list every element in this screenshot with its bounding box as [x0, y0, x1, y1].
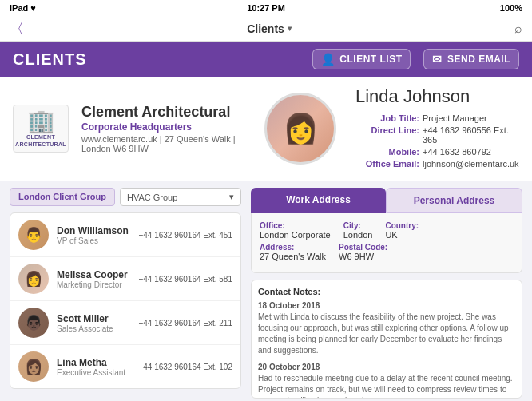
job-title-label: Job Title:: [355, 113, 419, 123]
office-label: Office:: [260, 221, 331, 230]
group-dropdown[interactable]: HVAC Group ▾: [120, 188, 241, 206]
client-list-icon: 👤: [321, 53, 335, 66]
note-date: 18 October 2018: [258, 301, 515, 310]
address-card: Office: London Corporate City: London Co…: [251, 213, 522, 273]
note-text: Had to reschedule meeting due to a delay…: [258, 373, 515, 399]
mobile-value: +44 1632 860792: [423, 147, 491, 157]
contact-avatar: 👩: [18, 264, 49, 294]
contact-item-phone: +44 1632 960164 Ext. 211: [138, 319, 232, 328]
contact-item-info: Melissa Cooper Marketing Director: [57, 269, 130, 289]
country-field: Country: UK: [385, 221, 419, 240]
note-entry: 18 October 2018 Met with Linda to discus…: [258, 301, 515, 356]
nav-title[interactable]: Clients ▾: [247, 22, 292, 35]
client-list-button[interactable]: 👤 CLIENT LIST: [312, 49, 411, 69]
group-tag: London Client Group: [10, 188, 115, 206]
contact-avatar: 👩🏽: [18, 351, 49, 382]
status-left: iPad ♥: [10, 3, 36, 13]
main-content: London Client Group HVAC Group ▾ 👨 Don W…: [0, 181, 532, 401]
contact-item-phone: +44 1632 960164 Ext. 102: [138, 363, 232, 371]
contact-item-info: Don Williamson VP of Sales: [57, 225, 130, 245]
office-value: London Corporate: [260, 230, 331, 240]
company-address: www.clementarc.uk | 27 Queen's Walk | Lo…: [81, 134, 245, 153]
search-icon[interactable]: ⌕: [514, 22, 522, 36]
mobile-label: Mobile:: [355, 147, 419, 157]
contact-item-name: Don Williamson: [57, 225, 130, 236]
note-date: 20 October 2018: [258, 363, 515, 371]
country-label: Country:: [385, 221, 419, 230]
street-label: Address:: [260, 243, 326, 252]
contact-item-title: Sales Associate: [57, 324, 130, 333]
job-title-row: Job Title: Project Manager: [355, 113, 519, 123]
contact-item-name: Lina Metha: [57, 357, 130, 368]
postal-value: W6 9HW: [339, 252, 387, 261]
office-email-label: Office Email:: [355, 159, 419, 169]
tab-personal-address[interactable]: Personal Address: [386, 188, 522, 213]
office-email-value: ljohnson@clementarc.uk: [423, 159, 519, 169]
contact-item-name: Melissa Cooper: [57, 269, 130, 280]
email-icon: ✉: [432, 53, 443, 66]
status-time: 10:27 PM: [247, 3, 285, 13]
city-field: City: London: [343, 221, 373, 240]
nav-dropdown-icon: ▾: [288, 24, 292, 33]
header-bar: CLIENTS 👤 CLIENT LIST ✉ SEND EMAIL: [0, 42, 532, 77]
office-field: Office: London Corporate: [260, 221, 331, 240]
country-value: UK: [385, 230, 419, 240]
address-row-2: Address: 27 Queen's Walk Postal Code: W6…: [260, 243, 514, 261]
address-row-1: Office: London Corporate City: London Co…: [260, 221, 514, 240]
person-photo-container: 👩: [258, 93, 343, 165]
email-row: Office Email: ljohnson@clementarc.uk: [355, 159, 519, 169]
postal-label: Postal Code:: [339, 243, 387, 252]
status-right: 100%: [500, 3, 522, 13]
mobile-row: Mobile: +44 1632 860792: [355, 147, 519, 157]
contact-item[interactable]: 👨🏿 Scott Miller Sales Associate +44 1632…: [10, 301, 240, 345]
logo-text-line1: CLEMENT: [26, 134, 55, 140]
contact-item[interactable]: 👩 Melissa Cooper Marketing Director +44 …: [10, 257, 240, 301]
building-icon: 🏢: [27, 110, 55, 133]
contact-item-phone: +44 1632 960164 Ext. 451: [138, 231, 232, 240]
city-value: London: [343, 230, 373, 240]
contact-item-phone: +44 1632 960164 Ext. 581: [138, 275, 232, 284]
contact-item-title: Marketing Director: [57, 280, 130, 289]
street-field: Address: 27 Queen's Walk: [260, 243, 326, 261]
contact-item-info: Scott Miller Sales Associate: [57, 313, 130, 333]
city-label: City:: [343, 221, 373, 230]
address-tabs: Work Address Personal Address: [251, 188, 522, 213]
logo-text-line2: ARCHITECTURAL: [15, 141, 66, 147]
company-info: Clement Architectural Corporate Headquar…: [81, 104, 245, 153]
group-selector: London Client Group HVAC Group ▾: [10, 188, 241, 206]
direct-line-label: Direct Line:: [355, 125, 419, 145]
header-actions: 👤 CLIENT LIST ✉ SEND EMAIL: [312, 49, 519, 69]
notes-section: Contact Notes: 18 October 2018 Met with …: [251, 280, 522, 399]
nav-back-icon[interactable]: 〈: [10, 19, 24, 38]
person-photo: 👩: [264, 93, 336, 165]
left-panel: London Client Group HVAC Group ▾ 👨 Don W…: [10, 188, 241, 399]
contact-item[interactable]: 👩🏽 Lina Metha Executive Assistant +44 16…: [10, 345, 240, 388]
tab-work-address[interactable]: Work Address: [251, 188, 386, 213]
status-bar: iPad ♥ 10:27 PM 100%: [0, 0, 532, 16]
contact-item-name: Scott Miller: [57, 313, 130, 324]
street-value: 27 Queen's Walk: [260, 252, 326, 261]
right-panel: Work Address Personal Address Office: Lo…: [251, 188, 522, 399]
contact-item-info: Lina Metha Executive Assistant: [57, 357, 130, 377]
page-title: CLIENTS: [13, 50, 87, 69]
nav-bar: 〈 Clients ▾ ⌕: [0, 16, 532, 42]
company-name: Clement Architectural: [81, 104, 245, 121]
note-entry: 20 October 2018 Had to reschedule meetin…: [258, 363, 515, 399]
contact-avatar: 👨🏿: [18, 308, 49, 338]
company-logo: 🏢 CLEMENT ARCHITECTURAL: [13, 105, 69, 153]
job-title-value: Project Manager: [423, 113, 487, 123]
person-info: Linda Johnson Job Title: Project Manager…: [355, 86, 519, 171]
contact-item-title: VP of Sales: [57, 236, 130, 245]
direct-line-value: +44 1632 960556 Ext. 365: [423, 125, 519, 145]
send-email-button[interactable]: ✉ SEND EMAIL: [423, 49, 519, 69]
note-text: Met with Linda to discuss the feasibilit…: [258, 312, 515, 356]
contact-avatar: 👨: [18, 220, 49, 250]
contact-list: 👨 Don Williamson VP of Sales +44 1632 96…: [10, 212, 241, 389]
person-name: Linda Johnson: [355, 86, 519, 107]
direct-line-row: Direct Line: +44 1632 960556 Ext. 365: [355, 125, 519, 145]
dropdown-icon: ▾: [229, 192, 234, 202]
contact-item-title: Executive Assistant: [57, 368, 130, 377]
postal-field: Postal Code: W6 9HW: [339, 243, 387, 261]
contact-item[interactable]: 👨 Don Williamson VP of Sales +44 1632 96…: [10, 213, 240, 257]
company-subtitle: Corporate Headquarters: [81, 121, 245, 133]
